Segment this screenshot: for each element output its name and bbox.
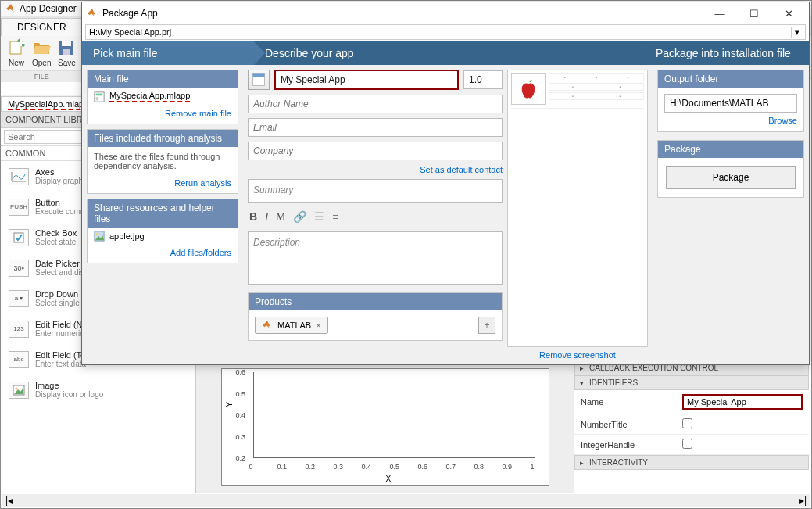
description-input[interactable]: Description bbox=[248, 231, 503, 285]
panel-output-folder: Output folder Browse bbox=[657, 70, 804, 132]
company-input[interactable] bbox=[248, 142, 503, 160]
scroll-right-icon[interactable]: ▸| bbox=[799, 495, 807, 506]
prop-row-numbertitle: NumberTitle bbox=[574, 414, 809, 435]
product-chip-matlab: MATLAB × bbox=[255, 317, 328, 334]
package-body: Main file MySpecialApp.mlapp Remove main… bbox=[82, 65, 809, 364]
open-button[interactable]: Open bbox=[32, 38, 51, 67]
rerun-analysis-link[interactable]: Rerun analysis bbox=[174, 178, 231, 188]
save-button[interactable]: Save bbox=[57, 38, 76, 67]
numbered-list-icon[interactable]: ≡ bbox=[332, 211, 338, 224]
package-button[interactable]: Package bbox=[666, 166, 796, 189]
email-input[interactable] bbox=[248, 118, 503, 137]
close-button[interactable]: ✕ bbox=[773, 4, 804, 23]
screenshot-axes-mock bbox=[511, 108, 644, 343]
property-inspector: CALLBACK EXECUTION CONTROL IDENTIFIERS N… bbox=[574, 360, 809, 493]
maximize-button[interactable]: ☐ bbox=[739, 4, 770, 23]
remove-product-icon[interactable]: × bbox=[316, 321, 320, 330]
remove-screenshot-link[interactable]: Remove screenshot bbox=[539, 350, 616, 360]
shared-file-row: apple.jpg bbox=[88, 228, 238, 245]
prop-section-identifiers[interactable]: IDENTIFIERS bbox=[574, 375, 809, 390]
app-name-row bbox=[248, 70, 503, 90]
panel-products: Products MATLAB × + bbox=[248, 292, 503, 341]
prop-integerhandle-checkbox[interactable] bbox=[682, 439, 692, 449]
new-icon bbox=[7, 38, 26, 57]
new-button[interactable]: New bbox=[7, 38, 26, 67]
default-contact-link[interactable]: Set as default contact bbox=[420, 165, 503, 174]
wizard-steps: Pick main file Describe your app Package… bbox=[82, 41, 809, 65]
app-placeholder-icon bbox=[252, 73, 266, 87]
canvas-pane: Y X 00.10.20.30.40.50.60.70.80.910.20.30… bbox=[196, 360, 574, 493]
axes-plot-area bbox=[253, 372, 535, 458]
matlab-logo-icon bbox=[5, 3, 16, 14]
package-title: Package App bbox=[102, 8, 158, 19]
project-path-bar[interactable]: H:\My Special App.prj ▾ bbox=[85, 24, 806, 40]
package-titlebar[interactable]: Package App — ☐ ✕ bbox=[82, 2, 809, 24]
screenshot-preview[interactable]: ▪▪▪ ▪▪ ▪▪ bbox=[507, 70, 648, 347]
prop-name-input[interactable] bbox=[682, 394, 803, 410]
axes-ylabel: Y bbox=[224, 402, 233, 407]
path-dropdown-icon[interactable]: ▾ bbox=[791, 27, 802, 38]
app-version-input[interactable] bbox=[463, 70, 503, 89]
step-package[interactable]: Package into installation file bbox=[645, 41, 809, 65]
column-main-file: Main file MySpecialApp.mlapp Remove main… bbox=[82, 65, 243, 364]
check-icon bbox=[9, 229, 29, 246]
prop-row-integerhandle: IntegerHandle bbox=[574, 435, 809, 455]
add-product-button[interactable]: + bbox=[478, 317, 495, 334]
svg-rect-2 bbox=[62, 41, 71, 46]
panel-shared: Shared resources and helper files apple.… bbox=[87, 199, 238, 263]
svg-point-6 bbox=[16, 387, 18, 389]
add-files-link[interactable]: Add files/folders bbox=[170, 248, 231, 257]
scroll-left-icon[interactable]: |◂ bbox=[5, 495, 13, 506]
num-icon: 123 bbox=[9, 321, 29, 338]
output-folder-input[interactable] bbox=[664, 94, 797, 113]
img-icon bbox=[9, 382, 29, 399]
step-pick-main[interactable]: Pick main file bbox=[82, 41, 254, 65]
svg-rect-13 bbox=[253, 74, 265, 77]
drop-icon: a ▾ bbox=[9, 290, 29, 307]
ribbon-section-file: FILE bbox=[1, 70, 82, 82]
open-icon bbox=[32, 38, 51, 57]
date-icon: 30▪ bbox=[9, 260, 29, 277]
app-name-input[interactable] bbox=[274, 70, 459, 90]
browse-link[interactable]: Browse bbox=[768, 116, 797, 125]
minimize-button[interactable]: — bbox=[704, 4, 735, 23]
horizontal-scrollbar[interactable]: |◂ ▸| bbox=[2, 494, 810, 507]
push-icon: PUSH bbox=[9, 199, 29, 216]
svg-rect-9 bbox=[96, 97, 99, 100]
component-item-img[interactable]: ImageDisplay icon or logo bbox=[1, 375, 195, 405]
prop-section-interactivity[interactable]: INTERACTIVITY bbox=[574, 455, 809, 470]
prop-row-name: Name bbox=[574, 390, 809, 414]
apple-icon bbox=[517, 78, 539, 100]
mlapp-file-icon bbox=[94, 91, 105, 102]
main-file-row: MySpecialApp.mlapp bbox=[88, 88, 238, 106]
column-package: Output folder Browse Package Package bbox=[653, 65, 809, 364]
screenshot-column: ▪▪▪ ▪▪ ▪▪ Remove screenshot bbox=[507, 70, 648, 360]
rte-toolbar: B I M 🔗 ☰ ≡ bbox=[248, 207, 503, 227]
prop-numbertitle-checkbox[interactable] bbox=[682, 418, 692, 428]
italic-icon[interactable]: I bbox=[265, 210, 268, 224]
link-icon[interactable]: 🔗 bbox=[293, 210, 306, 224]
tab-designer[interactable]: DESIGNER bbox=[1, 18, 83, 36]
screenshot-ui-mock: ▪▪▪ ▪▪ ▪▪ bbox=[549, 73, 644, 105]
axes-xlabel: X bbox=[386, 475, 392, 483]
column-describe: Set as default contact Summary B I M 🔗 ☰… bbox=[243, 65, 653, 364]
app-icon-button[interactable] bbox=[248, 70, 270, 90]
list-icon[interactable]: ☰ bbox=[314, 210, 324, 224]
step-describe[interactable]: Describe your app bbox=[254, 41, 645, 65]
mono-icon[interactable]: M bbox=[276, 211, 285, 224]
svg-rect-3 bbox=[63, 49, 70, 55]
axes-preview[interactable]: Y X 00.10.20.30.40.50.60.70.80.910.20.30… bbox=[221, 368, 549, 486]
screenshot-thumbnail bbox=[511, 73, 546, 105]
summary-input[interactable]: Summary bbox=[248, 179, 503, 203]
remove-main-file-link[interactable]: Remove main file bbox=[165, 109, 231, 118]
panel-analysis: Files included through analysis These ar… bbox=[87, 129, 238, 194]
matlab-logo-icon bbox=[262, 320, 273, 331]
image-file-icon bbox=[94, 231, 105, 242]
bold-icon[interactable]: B bbox=[249, 210, 257, 224]
text-icon: abc bbox=[9, 351, 29, 368]
save-icon bbox=[57, 38, 76, 57]
author-name-input[interactable] bbox=[248, 95, 503, 113]
panel-main-file: Main file MySpecialApp.mlapp Remove main… bbox=[87, 70, 238, 124]
package-app-window: Package App — ☐ ✕ H:\My Special App.prj … bbox=[81, 2, 810, 365]
svg-point-11 bbox=[96, 233, 99, 236]
